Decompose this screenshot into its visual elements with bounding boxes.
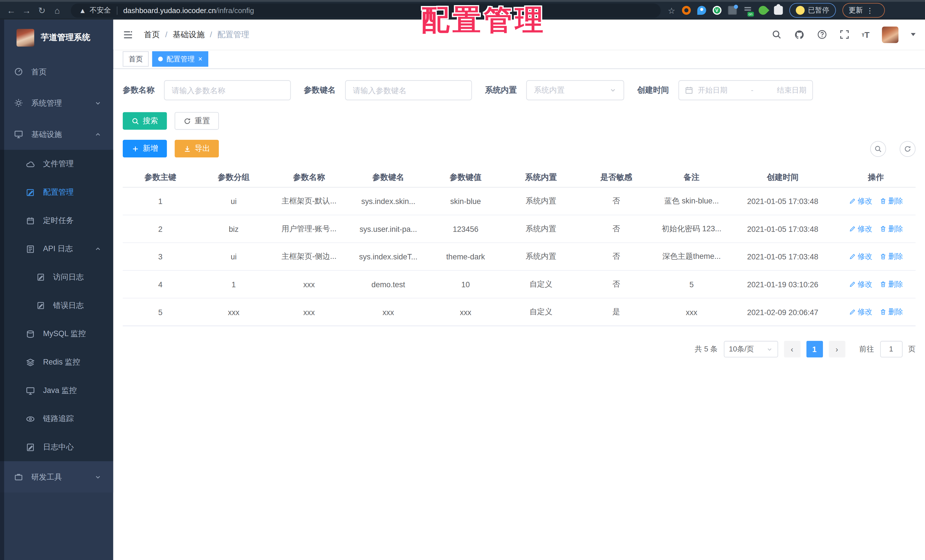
next-page-button[interactable]: › (829, 341, 845, 357)
extension-icon[interactable]: V (713, 6, 721, 15)
edit-link[interactable]: 修改 (849, 251, 872, 261)
table-cell: 5 (123, 308, 198, 316)
param-key-input[interactable] (345, 80, 472, 100)
edit-link[interactable]: 修改 (849, 307, 872, 317)
github-icon[interactable] (794, 29, 804, 40)
sidebar-item-scheduled-tasks[interactable]: 定时任务 (0, 206, 113, 235)
tab-close-icon[interactable]: × (198, 56, 203, 63)
create-time-label: 创建时间 (637, 85, 669, 95)
refresh-table-button[interactable] (900, 141, 916, 157)
edit-link[interactable]: 修改 (849, 224, 872, 234)
sidebar-item-java-monitor[interactable]: Java 监控 (0, 376, 113, 405)
breadcrumb-separator: / (210, 30, 212, 39)
param-name-input[interactable] (164, 80, 291, 100)
row-actions: 修改删除 (836, 279, 916, 289)
search-button[interactable]: 搜索 (123, 112, 167, 129)
table-cell: 2 (123, 224, 198, 233)
sidebar-item-tracing[interactable]: 链路追踪 (0, 405, 113, 433)
edit-link[interactable]: 修改 (849, 196, 872, 206)
table-cell: 2021-01-05 17:03:48 (729, 252, 836, 261)
back-icon[interactable]: ← (3, 5, 19, 15)
monitor-icon (26, 386, 35, 395)
paused-badge[interactable]: 已暂停 (789, 3, 836, 18)
update-button[interactable]: 更新 ⋮ (842, 3, 884, 18)
tab-config-manage[interactable]: 配置管理 × (152, 51, 208, 67)
browser-window: ← → ↻ ⌂ ▲ 不安全 dashboard.yudao.iocoder.cn… (0, 0, 925, 560)
sidebar-item-file-manage[interactable]: 文件管理 (0, 150, 113, 178)
sidebar: 芋道管理系统 首页 系统管理 基础设施 文件管理 (0, 20, 113, 560)
font-size-icon[interactable]: тT (862, 30, 869, 39)
extension-icon[interactable] (682, 6, 690, 15)
table-cell: 123456 (428, 224, 503, 233)
delete-link[interactable]: 删除 (880, 196, 903, 206)
active-tab-dot (158, 57, 163, 62)
prev-page-button[interactable]: ‹ (784, 341, 800, 357)
plus-icon (131, 145, 139, 152)
sidebar-item-error-log[interactable]: 错误日志 (0, 291, 113, 320)
sidebar-item-system[interactable]: 系统管理 (0, 87, 113, 119)
sidebar-item-redis-monitor[interactable]: Redis 监控 (0, 348, 113, 376)
page-1-button[interactable]: 1 (806, 341, 823, 357)
browser-menu-icon[interactable]: ⋮ (866, 6, 874, 15)
sidebar-item-dev-tools[interactable]: 研发工具 (0, 461, 113, 492)
sidebar-item-config-manage[interactable]: 配置管理 (0, 178, 113, 206)
system-builtin-select[interactable]: 系统内置 (526, 80, 624, 100)
page-size-select[interactable]: 10条/页 (723, 341, 778, 357)
end-date-placeholder: 结束日期 (777, 85, 806, 95)
breadcrumb-infra[interactable]: 基础设施 (173, 29, 205, 40)
delete-link[interactable]: 删除 (880, 251, 903, 261)
goto-page-input[interactable] (880, 341, 902, 357)
sidebar-item-infra[interactable]: 基础设施 (0, 119, 113, 150)
table-cell: 主框架页-侧边... (270, 251, 349, 262)
delete-link[interactable]: 删除 (880, 279, 903, 289)
url-path: /infra/config (216, 6, 254, 15)
breadcrumb-home[interactable]: 首页 (144, 29, 160, 40)
address-bar[interactable]: ▲ 不安全 dashboard.yudao.iocoder.cn/infra/c… (71, 3, 661, 17)
table-row: 5xxxxxxxxxxxx自定义是xxx2021-02-09 20:06:47修… (123, 298, 916, 326)
breadcrumb-separator: / (165, 30, 167, 39)
sidebar-item-log-center[interactable]: 日志中心 (0, 433, 113, 461)
table-cell: xxx (654, 308, 729, 316)
sidebar-item-api-log[interactable]: API 日志 (0, 235, 113, 263)
toggle-search-button[interactable] (870, 141, 886, 157)
edit-link[interactable]: 修改 (849, 279, 872, 289)
extension-icon[interactable] (728, 6, 737, 15)
avatar-caret-icon[interactable] (911, 33, 916, 38)
chevron-down-icon (94, 99, 101, 107)
forward-icon[interactable]: → (19, 5, 34, 15)
user-avatar[interactable] (882, 26, 898, 43)
extension-icon[interactable] (743, 6, 752, 15)
extension-icon[interactable] (756, 4, 769, 17)
bookmark-star-icon[interactable]: ☆ (668, 6, 675, 15)
sidebar-item-access-log[interactable]: 访问日志 (0, 263, 113, 292)
tab-home[interactable]: 首页 (123, 51, 149, 67)
extension-icon[interactable] (697, 6, 706, 15)
refresh-icon (184, 117, 191, 125)
row-actions: 修改删除 (836, 224, 916, 234)
sidebar-item-home[interactable]: 首页 (0, 56, 113, 87)
calendar-icon (685, 86, 693, 94)
table-row: 3ui主框架页-侧边...sys.index.sideT...theme-dar… (123, 243, 916, 271)
reset-button[interactable]: 重置 (175, 112, 219, 129)
delete-link[interactable]: 删除 (880, 307, 903, 317)
fullscreen-icon[interactable] (839, 30, 849, 39)
extensions-puzzle-icon[interactable] (774, 6, 783, 15)
sidebar-item-mysql-monitor[interactable]: MySQL 监控 (0, 320, 113, 348)
home-icon[interactable]: ⌂ (50, 5, 65, 15)
delete-link[interactable]: 删除 (880, 224, 903, 234)
table-cell: ui (198, 197, 270, 205)
table-cell: 初始化密码 123... (654, 224, 729, 234)
schedule-icon (26, 216, 35, 225)
security-label: 不安全 (89, 5, 111, 15)
table-cell: 自定义 (503, 307, 579, 317)
search-icon[interactable] (771, 30, 781, 39)
update-label: 更新 (848, 5, 863, 15)
refresh-icon[interactable]: ↻ (34, 5, 50, 16)
sidebar-collapse-icon[interactable] (123, 29, 133, 40)
trash-icon (880, 253, 887, 260)
export-button[interactable]: 导出 (175, 140, 219, 157)
date-range-picker[interactable]: 开始日期 - 结束日期 (678, 80, 813, 100)
help-icon[interactable] (817, 30, 827, 39)
sidebar-submenu-infra: 文件管理 配置管理 定时任务 API 日志 访问日志 (0, 150, 113, 461)
add-button[interactable]: 新增 (123, 140, 167, 157)
